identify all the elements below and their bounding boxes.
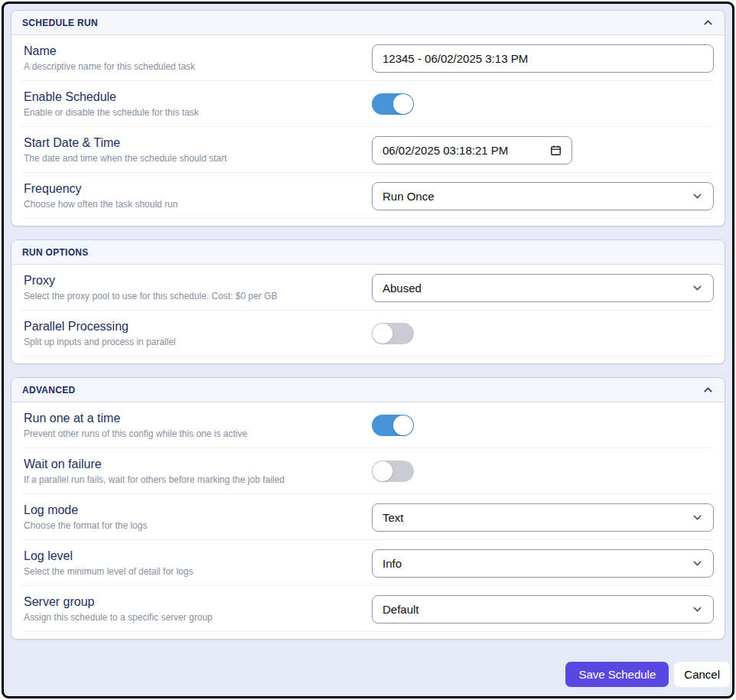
frequency-select[interactable]: Run Once (372, 182, 714, 210)
field-description: Choose how often the task should run (24, 199, 360, 210)
row-wait-on-failure: Wait on failureIf a parallel run fails, … (11, 448, 725, 494)
field-label: Name (24, 44, 360, 58)
row-frequency: FrequencyChoose how often the task shoul… (11, 173, 725, 219)
toggle-knob (373, 461, 392, 481)
field-label: Run one at a time (24, 412, 360, 425)
section-card-advanced: ADVANCEDRun one at a timePrevent other r… (11, 377, 725, 640)
field-text: Log modeChoose the format for the logs (22, 503, 372, 531)
window-frame: SCHEDULE RUNNameA descriptive name for t… (2, 2, 734, 698)
proxy-select[interactable]: Abused (372, 274, 714, 302)
section-header-advanced[interactable]: ADVANCED (11, 378, 725, 402)
section-title: SCHEDULE RUN (22, 18, 98, 28)
row-proxy: ProxySelect the proxy pool to use for th… (11, 265, 725, 311)
toggle-knob (393, 94, 413, 114)
field-description: Choose the format for the logs (24, 520, 360, 531)
field-text: Server groupAssign this schedule to a sp… (22, 595, 372, 623)
select-value: Run Once (383, 190, 435, 203)
parallel-processing-toggle[interactable] (372, 323, 414, 344)
field-control: Text (372, 503, 714, 532)
server-group-select[interactable]: Default (372, 595, 714, 623)
chevron-down-icon (692, 558, 703, 569)
row-parallel-processing: Parallel ProcessingSplit up inputs and p… (11, 311, 725, 357)
field-description: Assign this schedule to a specific serve… (24, 612, 360, 623)
field-control: Abused (372, 274, 714, 302)
toggle-knob (373, 324, 392, 343)
save-schedule-button[interactable]: Save Schedule (565, 662, 669, 687)
row-log-level: Log levelSelect the minimum level of det… (11, 540, 725, 586)
row-log-mode: Log modeChoose the format for the logsTe… (11, 494, 725, 540)
sections: SCHEDULE RUNNameA descriptive name for t… (11, 10, 725, 640)
name-input[interactable] (372, 44, 714, 73)
field-label: Proxy (24, 274, 360, 288)
field-description: Split up inputs and process in parallel (24, 337, 360, 347)
row-server-group: Server groupAssign this schedule to a sp… (11, 586, 725, 632)
field-text: Run one at a timePrevent other runs of t… (22, 412, 372, 439)
calendar-icon[interactable] (550, 145, 562, 156)
field-control: Default (372, 595, 714, 623)
row-name: NameA descriptive name for this schedule… (11, 35, 725, 81)
field-description: Prevent other runs of this config while … (24, 428, 360, 439)
chevron-down-icon (692, 512, 703, 523)
field-text: NameA descriptive name for this schedule… (22, 44, 372, 72)
row-enable-schedule: Enable ScheduleEnable or disable the sch… (11, 81, 725, 127)
run-one-at-a-time-toggle[interactable] (372, 415, 414, 436)
field-label: Frequency (24, 182, 360, 196)
field-text: Parallel ProcessingSplit up inputs and p… (22, 320, 372, 347)
cancel-button[interactable]: Cancel (674, 662, 730, 687)
field-description: If a parallel run fails, wait for others… (24, 474, 360, 485)
field-text: Start Date & TimeThe date and time when … (22, 136, 372, 164)
field-label: Log level (24, 549, 360, 563)
section-header-run-options: RUN OPTIONS (11, 240, 725, 265)
field-description: Select the minimum level of detail for l… (24, 566, 360, 577)
field-description: Enable or disable the schedule for this … (24, 107, 360, 118)
chevron-up-icon (702, 17, 714, 28)
section-title: ADVANCED (22, 385, 76, 396)
field-description: Select the proxy pool to use for this sc… (24, 291, 360, 301)
section-body: NameA descriptive name for this schedule… (11, 35, 725, 226)
select-value: Default (383, 603, 419, 616)
toggle-knob (393, 415, 413, 435)
field-control: 06/02/2025 03:18:21 PM (372, 136, 714, 164)
field-text: Log levelSelect the minimum level of det… (22, 549, 372, 577)
datetime-value: 06/02/2025 03:18:21 PM (383, 144, 508, 157)
section-body: ProxySelect the proxy pool to use for th… (11, 265, 725, 363)
section-header-schedule-run[interactable]: SCHEDULE RUN (11, 11, 725, 35)
field-control (372, 461, 714, 482)
log-level-select[interactable]: Info (372, 549, 714, 578)
field-text: FrequencyChoose how often the task shoul… (22, 182, 372, 210)
footer-actions: Save Schedule Cancel (11, 653, 725, 687)
chevron-up-icon (702, 384, 714, 396)
log-mode-select[interactable]: Text (372, 503, 714, 532)
field-control (372, 323, 714, 344)
field-control: Info (372, 549, 714, 578)
row-run-one-at-a-time: Run one at a timePrevent other runs of t… (11, 402, 725, 448)
field-control: Run Once (372, 182, 714, 210)
field-control (372, 415, 714, 436)
field-label: Start Date & Time (24, 136, 360, 150)
select-value: Info (383, 557, 402, 570)
wait-on-failure-toggle[interactable] (372, 461, 414, 482)
row-start-date-time: Start Date & TimeThe date and time when … (11, 127, 725, 173)
chevron-down-icon (692, 190, 703, 202)
field-control (372, 44, 714, 73)
enable-schedule-toggle[interactable] (372, 93, 414, 115)
chevron-down-icon (692, 604, 703, 615)
field-label: Enable Schedule (24, 90, 360, 104)
chevron-down-icon (692, 282, 703, 294)
section-body: Run one at a timePrevent other runs of t… (11, 402, 725, 639)
section-card-run-options: RUN OPTIONSProxySelect the proxy pool to… (11, 239, 725, 364)
field-control (372, 93, 714, 115)
start-date-time-input[interactable]: 06/02/2025 03:18:21 PM (372, 136, 572, 164)
field-label: Parallel Processing (24, 320, 360, 334)
schedule-form: SCHEDULE RUNNameA descriptive name for t… (4, 4, 732, 693)
field-label: Log mode (24, 503, 360, 517)
section-title: RUN OPTIONS (22, 247, 89, 258)
field-text: Wait on failureIf a parallel run fails, … (22, 457, 372, 485)
field-label: Server group (24, 595, 360, 609)
section-card-schedule-run: SCHEDULE RUNNameA descriptive name for t… (11, 10, 725, 226)
field-label: Wait on failure (24, 457, 360, 471)
select-value: Abused (383, 282, 422, 295)
field-description: The date and time when the schedule shou… (24, 153, 360, 164)
field-description: A descriptive name for this scheduled ta… (24, 61, 360, 72)
field-text: Enable ScheduleEnable or disable the sch… (22, 90, 372, 118)
